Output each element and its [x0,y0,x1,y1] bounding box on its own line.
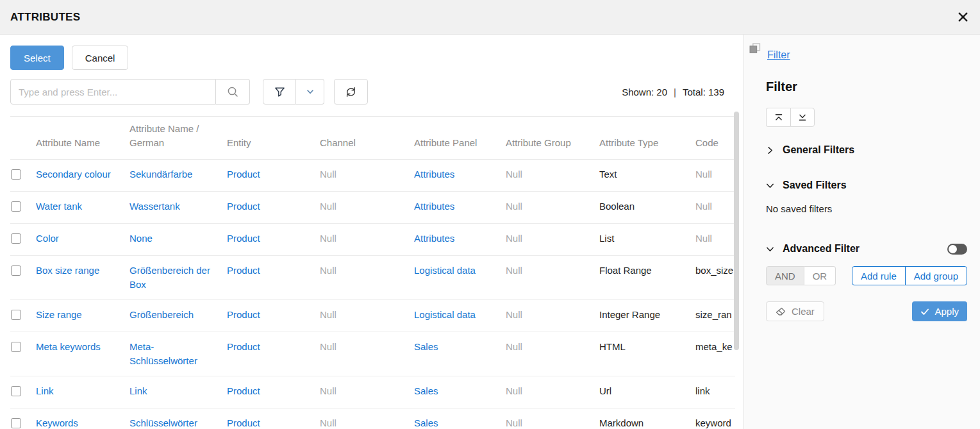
cell-panel[interactable]: Sales [414,332,506,376]
column-header-name[interactable]: Attribute Name [36,117,129,160]
refresh-button[interactable] [334,79,368,105]
cell-entity[interactable]: Product [227,376,320,408]
cell-name[interactable]: Link [36,376,129,408]
cell-group: Null [506,191,599,223]
cell-name[interactable]: Water tank [36,191,129,223]
cell-channel: Null [320,191,414,223]
cell-german[interactable]: Link [129,376,227,408]
cell-german[interactable]: Größenbereich [129,299,227,332]
row-checkbox[interactable] [11,169,21,180]
column-header-channel[interactable]: Channel [320,117,414,160]
cell-channel: Null [320,408,414,429]
add-group-button[interactable]: Add group [906,267,967,285]
cell-group: Null [506,332,599,376]
logic-or-button[interactable]: OR [804,266,836,285]
cell-code: link [695,376,735,408]
cell-panel[interactable]: Sales [414,376,506,408]
eraser-icon [776,307,786,316]
cell-code: keyword [695,408,735,429]
cell-german[interactable]: Sekundärfarbe [129,159,227,191]
search-button[interactable] [216,79,250,105]
attributes-table: Attribute NameAttribute Name / GermanEnt… [10,116,735,429]
header-checkbox-spacer [10,117,36,160]
filter-panel: Filter Filter General Filters [743,35,980,429]
cell-entity[interactable]: Product [227,159,320,191]
cell-entity[interactable]: Product [227,191,320,223]
cell-name[interactable]: Meta keywords [36,332,129,376]
record-count: Shown: 20 | Total: 139 [622,87,743,97]
cell-german[interactable]: Größenbereich der Box [129,255,227,299]
cell-entity[interactable]: Product [227,223,320,255]
table-row: LinkLinkProductNullSalesNullUrllink [10,376,735,408]
toggle-knob [949,245,957,253]
cell-code: Null [695,159,735,191]
table-scrollbar[interactable] [734,112,739,350]
refresh-icon [345,86,357,98]
filter-link[interactable]: Filter [767,49,790,61]
cell-panel[interactable]: Attributes [414,159,506,191]
logic-and-button[interactable]: AND [766,266,804,285]
cell-panel[interactable]: Attributes [414,191,506,223]
advanced-filter-toggle[interactable] [947,244,967,255]
chevron-down-icon [766,181,774,190]
cell-channel: Null [320,223,414,255]
cell-panel[interactable]: Logistical data [414,299,506,332]
cell-entity[interactable]: Product [227,332,320,376]
cell-type: Url [599,376,695,408]
collapse-all-button[interactable] [766,108,790,127]
cell-checkbox [10,223,36,255]
saved-filters-section[interactable]: Saved Filters [766,180,967,191]
modal-titlebar: ATTRIBUTES [0,0,980,35]
expand-all-icon [798,113,807,122]
column-header-code[interactable]: Code [695,117,735,160]
cell-code: Null [695,191,735,223]
cell-name[interactable]: Size range [36,299,129,332]
cell-german[interactable]: None [129,223,227,255]
column-header-entity[interactable]: Entity [227,117,320,160]
filter-dropdown-button[interactable] [296,79,324,105]
advanced-filter-header[interactable]: Advanced Filter [766,243,860,255]
cell-name[interactable]: Box size range [36,255,129,299]
cell-panel[interactable]: Logistical data [414,255,506,299]
cell-entity[interactable]: Product [227,408,320,429]
cell-entity[interactable]: Product [227,299,320,332]
row-checkbox[interactable] [11,310,21,320]
cell-channel: Null [320,299,414,332]
cell-german[interactable]: Meta-Schlüsselwörter [129,332,227,376]
column-header-group[interactable]: Attribute Group [506,117,599,160]
cell-german[interactable]: Schlüsselwörter [129,408,227,429]
cell-checkbox [10,299,36,332]
cell-name[interactable]: Keywords [36,408,129,429]
row-checkbox[interactable] [11,233,21,244]
add-rule-button[interactable]: Add rule [852,267,906,285]
table-row: Box size rangeGrößenbereich der BoxProdu… [10,255,735,299]
row-checkbox[interactable] [11,342,21,352]
cell-channel: Null [320,159,414,191]
cell-group: Null [506,223,599,255]
row-checkbox[interactable] [11,201,21,212]
cell-german[interactable]: Wassertank [129,191,227,223]
close-icon[interactable] [958,12,968,22]
check-icon [920,307,929,316]
column-header-panel[interactable]: Attribute Panel [414,117,506,160]
cell-name[interactable]: Color [36,223,129,255]
expand-all-button[interactable] [790,108,815,127]
row-checkbox[interactable] [11,265,21,276]
cell-type: Text [599,159,695,191]
cell-name[interactable]: Secondary colour [36,159,129,191]
clear-button[interactable]: Clear [766,301,824,321]
cell-channel: Null [320,376,414,408]
column-header-german[interactable]: Attribute Name / German [129,117,227,160]
filter-funnel-button[interactable] [263,79,296,105]
cell-panel[interactable]: Sales [414,408,506,429]
column-header-type[interactable]: Attribute Type [599,117,695,160]
select-button[interactable]: Select [10,46,64,70]
row-checkbox[interactable] [11,386,21,396]
cell-entity[interactable]: Product [227,255,320,299]
apply-button[interactable]: Apply [912,301,967,321]
search-input[interactable] [10,79,216,105]
cell-panel[interactable]: Attributes [414,223,506,255]
cancel-button[interactable]: Cancel [72,46,129,70]
row-checkbox[interactable] [11,418,21,428]
general-filters-section[interactable]: General Filters [766,144,967,156]
